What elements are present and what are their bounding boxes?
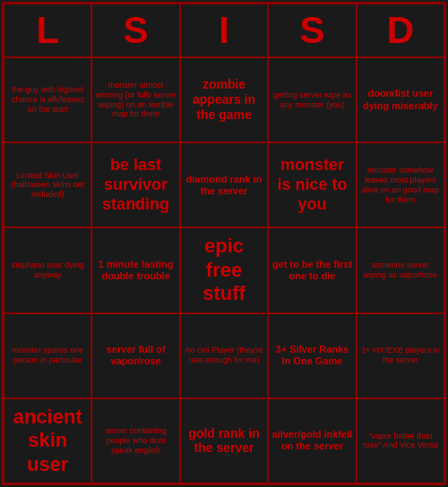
cell-3-1: server full of vapor/rose xyxy=(91,313,179,398)
cell-4-2: gold rank in the server xyxy=(180,398,268,483)
cell-2-3: get to be the first one to die xyxy=(268,227,356,312)
cell-3-3: 3+ Silver Ranks In One Game xyxy=(268,313,356,398)
cell-0-4: doomfist user dying miserably xyxy=(357,57,444,142)
cell-3-2: Ao Oni Player (they're rare enough for m… xyxy=(180,313,268,398)
cell-text-4-3: silver/gold inkfell on the server xyxy=(271,429,352,452)
cell-2-0: stephano user dying anyway xyxy=(4,227,91,312)
cell-text-1-0: Limited Skin User (halloween skins not i… xyxy=(7,171,88,200)
cell-text-2-2: epic free stuff xyxy=(184,235,264,305)
grid-row-1: Limited Skin User (halloween skins not i… xyxy=(4,142,444,227)
cell-1-1: be last survivor standing xyxy=(91,142,179,227)
cell-1-3: monster is nice to you xyxy=(268,142,356,227)
cell-text-4-2: gold rank in the server xyxy=(184,426,264,457)
header-letter-D: D xyxy=(357,4,444,57)
cell-text-0-1: monster almost winning (or fully server … xyxy=(95,81,176,119)
cell-text-0-4: doomfist user dying miserably xyxy=(360,88,441,111)
cell-1-4: monster somehow leaves most players aliv… xyxy=(357,142,444,227)
cell-text-4-0: ancient skin user xyxy=(7,406,88,476)
cell-text-3-0: monster spares one person in particular xyxy=(7,346,88,365)
cell-text-0-0: the guy with highest chance is afk/leave… xyxy=(7,85,88,114)
cell-1-2: diamond rank in the server xyxy=(180,142,268,227)
cell-text-1-4: monster somehow leaves most players aliv… xyxy=(360,166,441,204)
cell-4-4: "vapor better than rose" And Vice Versa xyxy=(357,398,444,483)
cell-4-0: ancient skin user xyxy=(4,398,91,483)
cell-0-1: monster almost winning (or fully server … xyxy=(91,57,179,142)
cell-1-0: Limited Skin User (halloween skins not i… xyxy=(4,142,91,227)
cell-3-0: monster spares one person in particular xyxy=(4,313,91,398)
cell-4-3: silver/gold inkfell on the server xyxy=(268,398,356,483)
grid-row-2: stephano user dying anyway1 minute lasti… xyxy=(4,227,444,312)
cell-text-2-0: stephano user dying anyway xyxy=(7,261,88,280)
header-letter-I: I xyxy=(180,4,268,57)
cell-2-1: 1 minute lasting double trouble xyxy=(91,227,179,312)
bingo-card: LSISD the guy with highest chance is afk… xyxy=(2,2,446,485)
cell-text-3-1: server full of vapor/rose xyxy=(95,344,176,367)
cell-text-2-1: 1 minute lasting double trouble xyxy=(95,259,176,282)
cell-text-0-3: getting server wipe as any monster (you) xyxy=(271,90,352,110)
cell-text-3-4: 3+ MX/EXE players in the server xyxy=(360,346,441,365)
header-letter-S: S xyxy=(268,4,356,57)
header-letter-S: S xyxy=(91,4,179,57)
cell-text-1-2: diamond rank in the server xyxy=(184,174,264,197)
cell-text-3-3: 3+ Silver Ranks In One Game xyxy=(271,344,352,367)
cell-text-3-2: Ao Oni Player (they're rare enough for m… xyxy=(184,346,264,365)
grid: the guy with highest chance is afk/leave… xyxy=(4,57,444,483)
cell-0-3: getting server wipe as any monster (you) xyxy=(268,57,356,142)
header-letter-L: L xyxy=(4,4,91,57)
grid-row-4: ancient skin userserver containing peopl… xyxy=(4,398,444,483)
cell-text-1-3: monster is nice to you xyxy=(271,156,352,214)
header-row: LSISD xyxy=(4,4,444,57)
cell-4-1: server containing people who dont speak … xyxy=(91,398,179,483)
cell-2-4: someone server wiping as vapor/rose xyxy=(357,227,444,312)
cell-2-2: epic free stuff xyxy=(180,227,268,312)
cell-text-2-3: get to be the first one to die xyxy=(271,259,352,282)
cell-text-4-4: "vapor better than rose" And Vice Versa xyxy=(360,431,441,451)
grid-row-3: monster spares one person in particulars… xyxy=(4,313,444,398)
cell-3-4: 3+ MX/EXE players in the server xyxy=(357,313,444,398)
cell-0-0: the guy with highest chance is afk/leave… xyxy=(4,57,91,142)
cell-0-2: zombie appears in the game xyxy=(180,57,268,142)
grid-row-0: the guy with highest chance is afk/leave… xyxy=(4,57,444,142)
cell-text-2-4: someone server wiping as vapor/rose xyxy=(360,261,441,280)
cell-text-0-2: zombie appears in the game xyxy=(184,77,264,122)
cell-text-4-1: server containing people who dont speak … xyxy=(95,426,176,455)
cell-text-1-1: be last survivor standing xyxy=(95,156,176,214)
